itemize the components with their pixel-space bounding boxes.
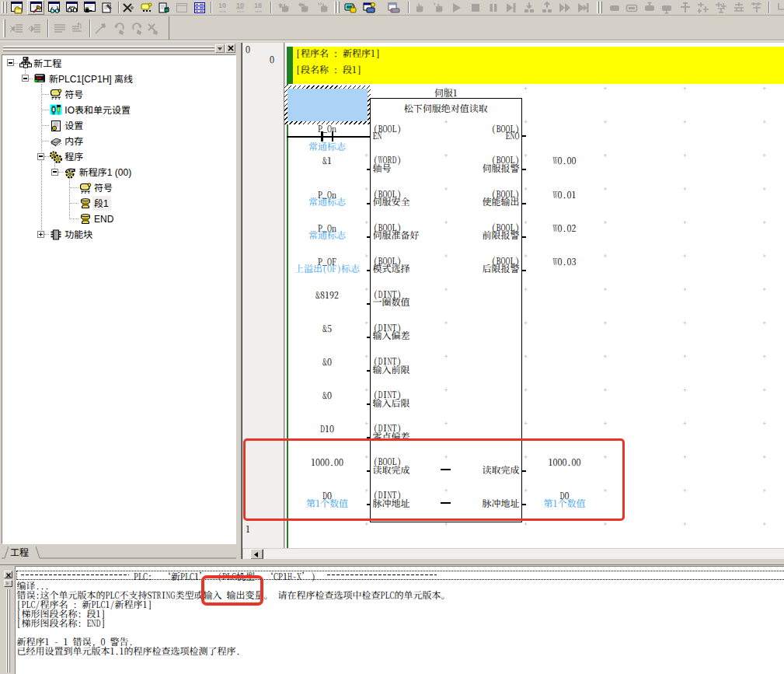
- svg-text:mon: mon: [219, 9, 226, 13]
- svg-text:16: 16: [254, 2, 262, 9]
- svg-text:mon: mon: [237, 9, 244, 13]
- svg-text:mon: mon: [255, 9, 262, 13]
- svg-text:10: 10: [218, 2, 226, 9]
